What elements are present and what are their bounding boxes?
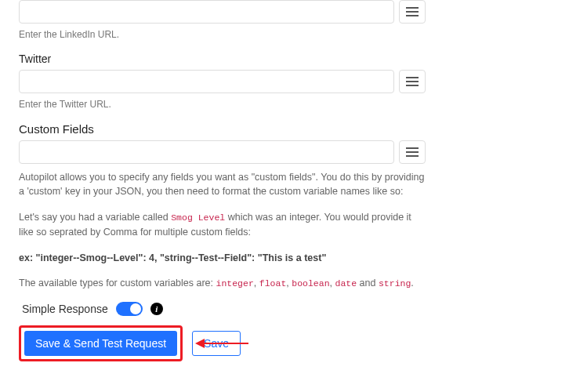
linkedin-input[interactable] — [19, 0, 394, 24]
custom-fields-description-2: Let's say you had a variable called Smog… — [19, 210, 426, 240]
annotation-highlight-box: Save & Send Test Request — [19, 325, 183, 361]
custom-fields-input[interactable] — [19, 140, 394, 164]
linkedin-options-button[interactable] — [399, 0, 426, 24]
hamburger-icon — [406, 147, 419, 157]
twitter-label: Twitter — [19, 53, 426, 65]
code-smog-level: Smog Level — [171, 212, 225, 223]
simple-response-label: Simple Response — [22, 303, 108, 315]
save-button[interactable]: Save — [192, 331, 241, 356]
info-icon[interactable]: i — [150, 303, 163, 315]
custom-fields-example: ex: "integer--Smog--Level": 4, "string--… — [19, 251, 426, 266]
custom-fields-description-1: Autopilot allows you to specify any fiel… — [19, 170, 426, 200]
twitter-input[interactable] — [19, 70, 394, 93]
hamburger-icon — [406, 77, 419, 86]
custom-fields-options-button[interactable] — [399, 140, 426, 164]
linkedin-helper: Enter the LinkedIn URL. — [19, 28, 426, 42]
save-send-test-request-button[interactable]: Save & Send Test Request — [24, 331, 177, 356]
custom-fields-label: Custom Fields — [19, 122, 426, 136]
twitter-helper: Enter the Twitter URL. — [19, 98, 426, 111]
simple-response-toggle[interactable] — [116, 302, 143, 316]
twitter-options-button[interactable] — [399, 70, 426, 93]
custom-fields-types: The available types for custom variables… — [19, 276, 426, 291]
hamburger-icon — [406, 7, 419, 16]
